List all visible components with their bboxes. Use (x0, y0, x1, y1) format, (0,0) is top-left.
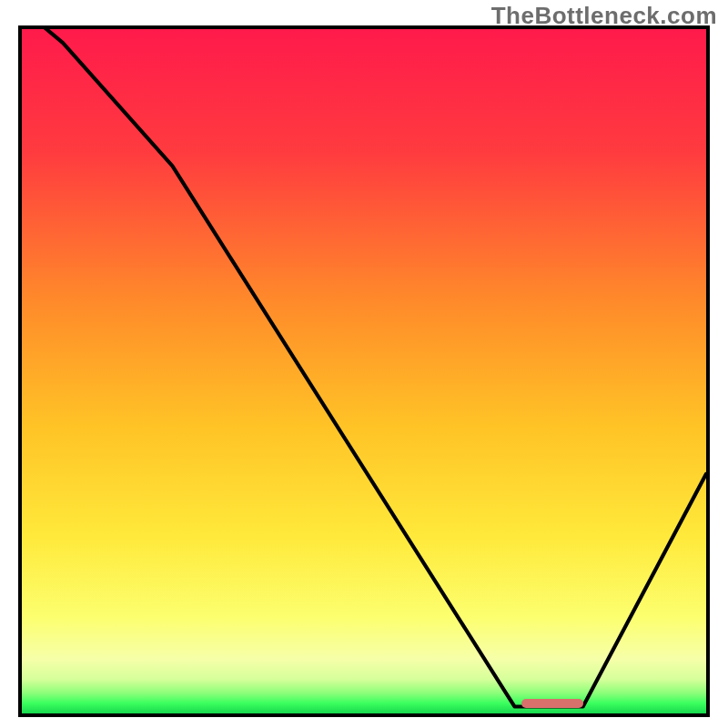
optimal-band-marker (521, 699, 583, 708)
bottleneck-curve (22, 29, 706, 713)
bottleneck-chart (18, 25, 710, 717)
curve-path (22, 29, 706, 706)
